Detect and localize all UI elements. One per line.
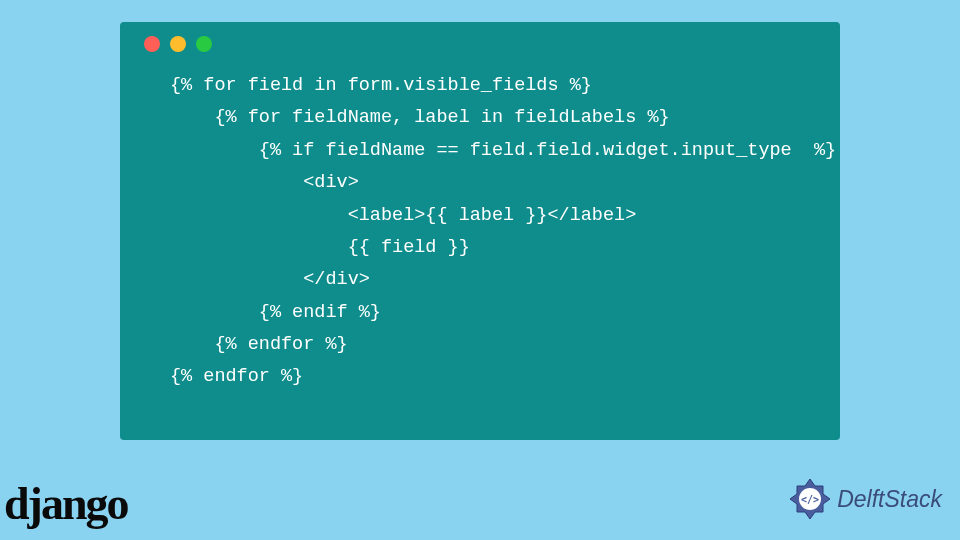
code-line: {% endfor %}: [170, 366, 303, 387]
close-icon: [144, 36, 160, 52]
django-logo: django: [4, 477, 127, 530]
code-line: {% endfor %}: [170, 334, 348, 355]
delftstack-text: DelftStack: [837, 486, 942, 513]
code-line: {{ field }}: [170, 237, 470, 258]
delftstack-logo: </> DelftStack: [787, 476, 942, 522]
code-line: {% for field in form.visible_fields %}: [170, 75, 592, 96]
code-line: {% if fieldName == field.field.widget.in…: [170, 140, 836, 161]
code-line: {% for fieldName, label in fieldLabels %…: [170, 107, 670, 128]
code-content: {% for field in form.visible_fields %} {…: [138, 70, 822, 394]
svg-text:</>: </>: [801, 494, 819, 505]
code-line: <div>: [170, 172, 359, 193]
code-line: {% endif %}: [170, 302, 381, 323]
minimize-icon: [170, 36, 186, 52]
code-line: </div>: [170, 269, 370, 290]
delftstack-icon: </>: [787, 476, 833, 522]
maximize-icon: [196, 36, 212, 52]
window-controls: [138, 36, 822, 52]
code-window: {% for field in form.visible_fields %} {…: [120, 22, 840, 440]
code-line: <label>{{ label }}</label>: [170, 205, 636, 226]
